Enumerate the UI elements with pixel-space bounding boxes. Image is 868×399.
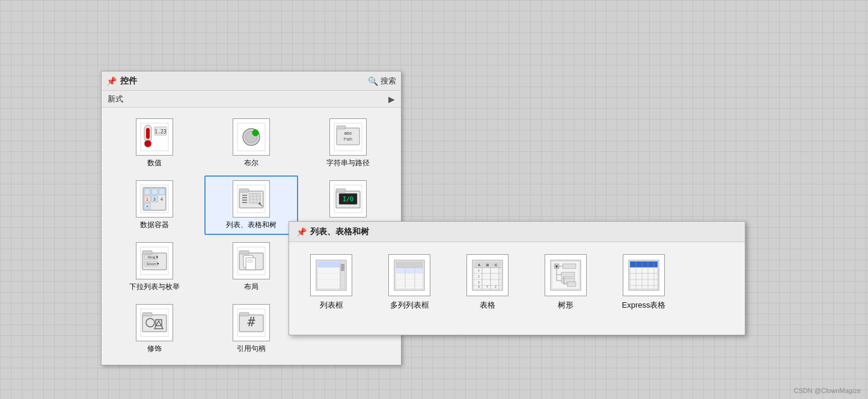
svg-text:1: 1 [478, 269, 480, 272]
grid-item-bool[interactable]: 布尔 [204, 114, 299, 173]
item-label-dropdown-enum: 下拉列表与枚举 [129, 282, 180, 292]
svg-rect-19 [159, 189, 165, 195]
numeric-icon-svg: 1.23 [139, 122, 170, 152]
sub-item-label-express-table: Express表格 [622, 300, 666, 311]
svg-text:#: # [247, 314, 255, 329]
subbar-arrow: ▶ [388, 94, 395, 104]
icon-box-data-container: 1 3 4 × [136, 180, 173, 218]
svg-rect-2 [146, 128, 150, 139]
svg-rect-70 [142, 312, 152, 316]
svg-text:4: 4 [160, 197, 163, 201]
svg-rect-54 [239, 251, 249, 254]
grid-item-data-container[interactable]: 1 3 4 × 数据容器 [108, 175, 202, 235]
io-icon-svg: I/O [333, 184, 363, 214]
submenu-items-row: 列表框 [289, 242, 745, 323]
grid-item-decorate[interactable]: 修饰 [108, 299, 202, 359]
item-label-refnum: 引用句柄 [237, 344, 266, 354]
svg-rect-31 [242, 197, 247, 198]
string-path-icon-svg: abc Path [333, 122, 363, 152]
tree-svg: ▼ [548, 258, 583, 293]
item-label-bool: 布尔 [244, 158, 258, 168]
search-icon: 🔍 [368, 76, 378, 86]
svg-rect-18 [151, 189, 157, 195]
icon-box-bool [233, 118, 270, 156]
svg-text:3: 3 [153, 197, 156, 201]
icon-box-dropdown-enum: Ring▼ Enum▼ [136, 242, 173, 279]
svg-rect-56 [246, 258, 255, 270]
layout-icon-svg [236, 246, 266, 276]
icon-box-string-path: abc Path [329, 118, 367, 156]
submenu-item-tree[interactable]: ▼ 树形 [542, 254, 590, 311]
grid-item-list-table-tree[interactable]: ↖ 列表、表格和树 [204, 175, 299, 235]
sub-icon-table: A B C 1 2 3 X Y Z [466, 254, 509, 296]
svg-rect-133 [630, 261, 658, 267]
svg-rect-30 [242, 195, 247, 196]
express-table-svg [626, 258, 661, 293]
svg-text:↖: ↖ [258, 201, 263, 208]
data-container-icon-svg: 1 3 4 × [139, 184, 170, 214]
panel-title: 控件 [120, 76, 137, 87]
search-label: 搜索 [381, 76, 396, 87]
icon-box-numeric: 1.23 [136, 118, 173, 156]
multicolumn-listbox-svg [392, 258, 427, 293]
submenu-title: 列表、表格和树 [310, 227, 369, 237]
item-label-layout: 布局 [244, 282, 258, 292]
svg-rect-32 [242, 200, 247, 201]
svg-text:Z: Z [495, 285, 497, 288]
item-label-list-table-tree: 列表、表格和树 [226, 220, 277, 230]
svg-rect-96 [396, 267, 423, 273]
sub-icon-tree: ▼ [545, 254, 587, 296]
svg-rect-124 [561, 272, 575, 277]
panel-subbar[interactable]: 新式 ▶ [102, 91, 401, 108]
svg-text:1.23: 1.23 [155, 129, 167, 135]
sub-item-label-table: 表格 [480, 300, 495, 311]
grid-item-dropdown-enum[interactable]: Ring▼ Enum▼ 下拉列表与枚举 [108, 237, 202, 297]
svg-rect-121 [563, 264, 576, 269]
grid-item-numeric[interactable]: 1.23 数值 [108, 114, 202, 173]
sub-icon-express-table [623, 254, 665, 296]
svg-point-3 [144, 140, 151, 147]
svg-text:abc: abc [344, 130, 352, 136]
submenu-item-listbox[interactable]: 列表框 [307, 254, 355, 311]
submenu-item-multicolumn-listbox[interactable]: 多列列表框 [385, 254, 433, 311]
grid-item-refnum[interactable]: # 引用句柄 [204, 299, 299, 359]
icon-box-layout [233, 242, 270, 279]
sub-icon-multicolumn-listbox [388, 254, 430, 296]
list-table-tree-icon-svg: ↖ [236, 184, 266, 214]
svg-text:×: × [146, 204, 148, 209]
sub-item-label-multicolumn-listbox: 多列列表框 [390, 300, 429, 311]
submenu-item-express-table[interactable]: Express表格 [620, 254, 668, 311]
panel-titlebar: 📌 控件 🔍 搜索 [102, 72, 401, 91]
svg-text:B: B [486, 263, 489, 267]
icon-box-list-table-tree: ↖ [233, 180, 270, 218]
submenu-pin-icon: 📌 [296, 227, 307, 237]
submenu-titlebar: 📌 列表、表格和树 [289, 222, 745, 242]
subbar-text: 新式 [108, 94, 123, 105]
listbox-svg [314, 258, 349, 293]
table-svg: A B C 1 2 3 X Y Z [470, 258, 505, 293]
svg-text:I/O: I/O [343, 196, 353, 203]
submenu-item-table[interactable]: A B C 1 2 3 X Y Z 表格 [463, 254, 512, 311]
svg-rect-29 [239, 189, 249, 192]
grid-item-layout[interactable]: 布局 [204, 237, 299, 297]
sub-item-label-listbox: 列表框 [320, 300, 343, 311]
grid-item-string-path[interactable]: abc Path 字符串与路径 [301, 114, 395, 173]
svg-text:Ring▼: Ring▼ [148, 255, 159, 259]
svg-text:2: 2 [478, 275, 480, 278]
item-label-string-path: 字符串与路径 [326, 158, 370, 168]
svg-text:C: C [495, 263, 498, 267]
svg-rect-92 [396, 261, 423, 267]
svg-text:1: 1 [146, 197, 148, 201]
refnum-icon-svg: # [236, 308, 266, 338]
submenu-popup: 📌 列表、表格和树 列表框 [289, 221, 745, 335]
svg-rect-86 [341, 264, 344, 271]
watermark: CSDN @ClownMagize [794, 387, 861, 394]
item-label-numeric: 数值 [147, 158, 162, 168]
svg-rect-130 [567, 282, 576, 287]
decorate-icon-svg [139, 308, 170, 338]
svg-point-9 [252, 130, 258, 136]
svg-text:A: A [478, 263, 481, 267]
pin-icon: 📌 [106, 76, 117, 86]
bool-icon-svg [236, 122, 266, 152]
search-area[interactable]: 🔍 搜索 [368, 76, 396, 87]
